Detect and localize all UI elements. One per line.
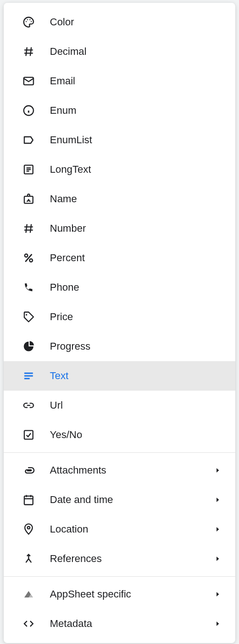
chevron-right-icon (213, 496, 222, 503)
label-icon (22, 134, 50, 146)
svg-line-16 (26, 224, 27, 233)
menu-item-label: Url (50, 399, 222, 411)
menu-item-label: Progress (50, 340, 222, 352)
tag-icon (22, 310, 50, 323)
attachment-icon (22, 464, 50, 477)
hash-icon (22, 45, 50, 58)
chevron-right-icon (213, 620, 222, 627)
menu-item-location[interactable]: Location (4, 515, 235, 544)
menu-item-longtext[interactable]: LongText (4, 155, 235, 184)
menu-item-phone[interactable]: Phone (4, 273, 235, 302)
menu-item-datetime[interactable]: Date and time (4, 485, 235, 515)
menu-item-label: Yes/No (50, 429, 222, 441)
menu-item-label: Name (50, 193, 222, 205)
menu-item-label: AppSheet specific (50, 588, 213, 600)
menu-item-label: Decimal (50, 46, 222, 58)
menu-item-text[interactable]: Text (4, 361, 235, 391)
svg-rect-28 (24, 496, 33, 505)
type-picker-menu: Color Decimal Email Enum EnumList LongTe… (4, 3, 235, 643)
menu-item-label: Location (50, 523, 213, 535)
menu-item-email[interactable]: Email (4, 66, 235, 96)
svg-point-3 (31, 21, 32, 22)
svg-line-4 (26, 47, 27, 56)
menu-item-label: Metadata (50, 618, 213, 630)
svg-point-32 (27, 527, 30, 529)
lines-icon (22, 369, 50, 382)
menu-item-label: Color (50, 16, 222, 28)
menu-item-progress[interactable]: Progress (4, 332, 235, 361)
menu-item-label: Phone (50, 281, 222, 293)
svg-point-1 (27, 19, 28, 20)
menu-item-label: References (50, 553, 213, 565)
percent-icon (22, 252, 50, 264)
appsheet-icon (22, 588, 50, 601)
menu-item-label: EnumList (50, 134, 222, 146)
svg-point-21 (30, 259, 33, 262)
svg-point-2 (30, 19, 30, 20)
clock-icon (22, 104, 50, 117)
svg-line-17 (30, 224, 31, 233)
menu-item-label: Percent (50, 252, 222, 264)
divider (4, 576, 235, 577)
menu-item-enumlist[interactable]: EnumList (4, 125, 235, 155)
svg-point-15 (28, 199, 29, 200)
paragraph-icon (22, 163, 50, 176)
envelope-icon (22, 75, 50, 88)
chevron-right-icon (213, 467, 222, 474)
calendar-icon (22, 493, 50, 506)
pin-icon (22, 523, 50, 536)
menu-item-percent[interactable]: Percent (4, 243, 235, 273)
menu-item-attachments[interactable]: Attachments (4, 456, 235, 485)
menu-item-number[interactable]: Number (4, 214, 235, 243)
menu-item-label: Number (50, 222, 222, 234)
code-icon (22, 617, 50, 630)
menu-item-decimal[interactable]: Decimal (4, 37, 235, 66)
link-icon (22, 399, 50, 412)
menu-item-name[interactable]: Name (4, 184, 235, 214)
svg-line-22 (25, 254, 32, 262)
menu-item-price[interactable]: Price (4, 302, 235, 332)
menu-item-enum[interactable]: Enum (4, 96, 235, 125)
menu-item-label: Attachments (50, 464, 213, 476)
menu-item-yesno[interactable]: Yes/No (4, 420, 235, 450)
menu-item-url[interactable]: Url (4, 391, 235, 420)
menu-item-label: LongText (50, 164, 222, 176)
svg-line-5 (30, 47, 31, 56)
palette-icon (22, 16, 50, 29)
badge-icon (22, 193, 50, 205)
phone-icon (22, 281, 50, 294)
menu-item-label: Date and time (50, 494, 213, 506)
menu-item-label: Text (50, 370, 222, 382)
menu-item-label: Enum (50, 105, 222, 117)
merge-icon (22, 552, 50, 565)
chevron-right-icon (213, 555, 222, 562)
menu-item-color[interactable]: Color (4, 7, 235, 37)
menu-item-metadata[interactable]: Metadata (4, 609, 235, 638)
hash-icon (22, 222, 50, 235)
checkbox-icon (22, 428, 50, 441)
svg-point-23 (26, 314, 27, 316)
menu-item-label: Price (50, 311, 222, 323)
chevron-right-icon (213, 526, 222, 533)
menu-item-appsheet[interactable]: AppSheet specific (4, 580, 235, 609)
pie-icon (22, 340, 50, 353)
svg-point-0 (26, 21, 27, 22)
menu-item-label: Email (50, 75, 222, 87)
chevron-right-icon (213, 591, 222, 598)
svg-rect-27 (24, 431, 33, 439)
divider (4, 452, 235, 453)
menu-item-references[interactable]: References (4, 544, 235, 574)
svg-point-20 (24, 254, 28, 257)
